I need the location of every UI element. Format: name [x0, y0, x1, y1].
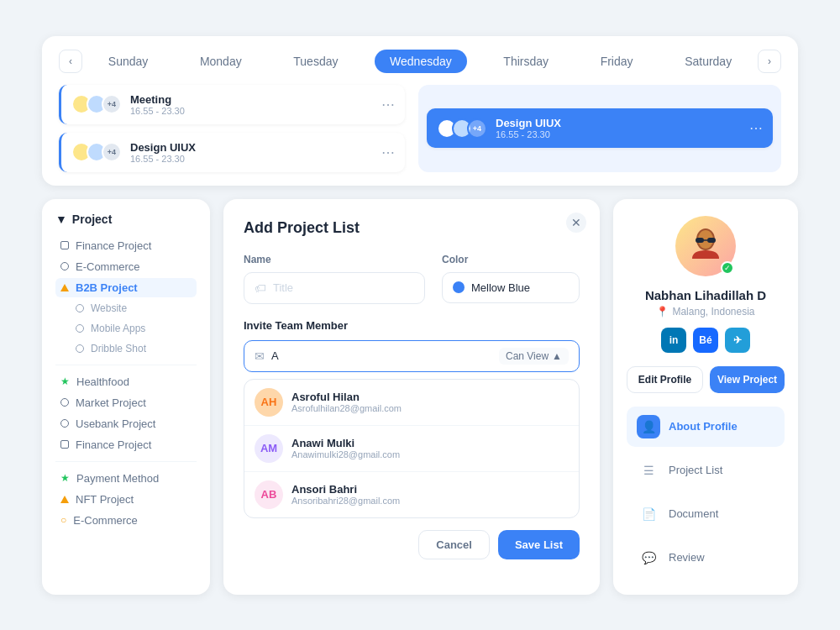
- meeting-time: 16.55 - 23.30: [130, 106, 373, 116]
- design-left-menu-icon[interactable]: ⋯: [381, 144, 395, 160]
- menu-item-document[interactable]: 📄 Document: [627, 494, 785, 534]
- sidebar-item-ecommerce2[interactable]: ○ E-Commerce: [55, 511, 197, 530]
- day-wednesday[interactable]: Wednesday: [375, 50, 467, 73]
- calendar-left-events: +4 Meeting 16.55 - 23.30 ⋯ +4: [59, 85, 405, 172]
- next-nav-button[interactable]: ›: [758, 50, 781, 73]
- meeting-menu-icon[interactable]: ⋯: [381, 97, 395, 113]
- edit-profile-button[interactable]: Edit Profile: [627, 366, 703, 393]
- sidebar-item-healthfood[interactable]: ★ Healthfood: [55, 372, 197, 391]
- design-left-title: Design UIUX: [130, 141, 373, 154]
- member-avatar: AH: [255, 388, 283, 417]
- menu-item-projects[interactable]: ☰ Project List: [627, 450, 785, 491]
- event-meeting[interactable]: +4 Meeting 16.55 - 23.30 ⋯: [59, 85, 405, 124]
- menu-item-about[interactable]: 👤 About Profile: [627, 407, 785, 447]
- cancel-button[interactable]: Cancel: [418, 530, 490, 559]
- avatar-initials: AM: [260, 442, 277, 454]
- chevron-up-icon: ▲: [552, 350, 562, 362]
- circle-icon: [60, 419, 69, 428]
- doc-icon: 📄: [637, 502, 660, 526]
- sidebar-item-ecommerce[interactable]: E-Commerce: [55, 257, 197, 276]
- square-icon: [60, 241, 69, 249]
- name-label: Name: [244, 254, 425, 265]
- view-project-button[interactable]: View Project: [710, 366, 785, 393]
- menu-item-review[interactable]: 💬 Review: [627, 538, 785, 578]
- circle-icon: [76, 304, 84, 312]
- profile-name: Nabhan Lihadillah D: [645, 288, 766, 302]
- design-right-avatars: +4: [437, 118, 487, 139]
- member-avatar: AM: [255, 434, 283, 463]
- sidebar-item-b2b[interactable]: B2B Project: [55, 278, 197, 297]
- circle-icon: [76, 324, 84, 333]
- list-icon: ☰: [637, 459, 660, 482]
- form-row-name-color: Name 🏷 Color Mellow Blue: [244, 254, 580, 304]
- calendar-card: ‹ Sunday Monday Tuesday Wednesday Thirsd…: [42, 36, 798, 186]
- color-picker[interactable]: Mellow Blue: [442, 272, 580, 303]
- circle-icon: [60, 262, 69, 270]
- day-sunday[interactable]: Sunday: [93, 50, 163, 73]
- team-member-anawi[interactable]: AM Anawi Mulki Anawimulki28@gmail.com: [244, 426, 579, 472]
- member-info: Anawi Mulki Anawimulki28@gmail.com: [291, 437, 400, 459]
- calendar-body: +4 Meeting 16.55 - 23.30 ⋯ +4: [59, 85, 781, 172]
- design-right-menu-icon[interactable]: ⋯: [749, 120, 763, 136]
- profile-location: 📍 Malang, Indonesia: [656, 306, 754, 318]
- sidebar-item-payment[interactable]: ★ Payment Method: [55, 469, 197, 488]
- svg-rect-2: [696, 238, 704, 243]
- prev-nav-button[interactable]: ‹: [59, 50, 82, 73]
- divider: [55, 461, 197, 462]
- modal-title: Add Project List: [244, 219, 580, 237]
- name-input[interactable]: [273, 281, 414, 294]
- divider: [55, 365, 197, 365]
- chat-icon: 💬: [637, 546, 660, 570]
- sidebar-item-dribbble[interactable]: Dribble Shot: [71, 339, 197, 358]
- design-right-info: Design UIUX 16.55 - 23.30: [496, 117, 741, 139]
- member-name: Anawi Mulki: [291, 437, 400, 449]
- avatar-initials: AB: [261, 488, 277, 501]
- sidebar: ▼ Project Finance Project E-Commerce B2B…: [42, 199, 210, 595]
- save-list-button[interactable]: Save List: [498, 530, 580, 559]
- sidebar-item-website[interactable]: Website: [71, 299, 197, 318]
- telegram-button[interactable]: ✈: [725, 328, 750, 353]
- circle-icon: [60, 398, 69, 407]
- event-design-left[interactable]: +4 Design UIUX 16.55 - 23.30 ⋯: [59, 133, 405, 172]
- behance-button[interactable]: Bé: [693, 328, 718, 353]
- avatar-count: +4: [467, 118, 487, 139]
- sidebar-item-mobile[interactable]: Mobile Apps: [71, 319, 197, 338]
- profile-menu: 👤 About Profile ☰ Project List 📄 Documen…: [627, 407, 785, 578]
- member-info: Asroful Hilan Asrofulhilan28@gmail.com: [291, 391, 402, 413]
- sidebar-item-finance[interactable]: Finance Project: [55, 236, 197, 255]
- sidebar-item-nft[interactable]: NFT Project: [55, 490, 197, 509]
- day-friday[interactable]: Friday: [585, 50, 648, 73]
- member-email: Anawimulki28@gmail.com: [291, 449, 400, 459]
- team-member-ansori[interactable]: AB Ansori Bahri Ansoribahri28@gmail.com: [244, 472, 579, 517]
- member-email: Asrofulhilan28@gmail.com: [291, 403, 402, 413]
- bottom-section: ▼ Project Finance Project E-Commerce B2B…: [42, 199, 798, 595]
- online-status-dot: ✓: [721, 261, 734, 275]
- linkedin-button[interactable]: in: [661, 328, 686, 353]
- social-icons: in Bé ✈: [661, 328, 750, 353]
- member-name: Asroful Hilan: [291, 391, 402, 403]
- circle-icon: [76, 344, 84, 353]
- sidebar-item-market[interactable]: Market Project: [55, 393, 197, 412]
- team-member-asroful[interactable]: AH Asroful Hilan Asrofulhilan28@gmail.co…: [244, 380, 579, 426]
- avatar-initials: AH: [261, 396, 277, 408]
- event-design-right[interactable]: +4 Design UIUX 16.55 - 23.30 ⋯: [427, 108, 773, 148]
- day-saturday[interactable]: Saturday: [669, 50, 747, 73]
- person-icon: 👤: [637, 415, 660, 438]
- invite-label: Invite Team Member: [244, 319, 580, 332]
- day-monday[interactable]: Monday: [185, 50, 257, 73]
- day-tuesday[interactable]: Tuesday: [278, 50, 353, 73]
- triangle-icon: [60, 284, 69, 291]
- design-left-time: 16.55 - 23.30: [130, 154, 373, 164]
- invite-input[interactable]: [271, 349, 492, 362]
- add-project-modal: Add Project List ✕ Name 🏷 Color Mellow B…: [223, 199, 600, 595]
- modal-close-button[interactable]: ✕: [566, 213, 586, 233]
- triangle-icon: [60, 496, 69, 503]
- sidebar-item-finance2[interactable]: Finance Project: [55, 435, 197, 454]
- star-icon: ★: [60, 472, 70, 484]
- title-icon: 🏷: [255, 281, 266, 295]
- sidebar-item-usebank[interactable]: Usebank Project: [55, 414, 197, 433]
- can-view-dropdown[interactable]: Can View ▲: [499, 348, 569, 365]
- day-thursday[interactable]: Thirsday: [488, 50, 564, 73]
- team-member-dropdown: AH Asroful Hilan Asrofulhilan28@gmail.co…: [244, 379, 580, 518]
- sidebar-sub-b2b: Website Mobile Apps Dribble Shot: [55, 299, 197, 358]
